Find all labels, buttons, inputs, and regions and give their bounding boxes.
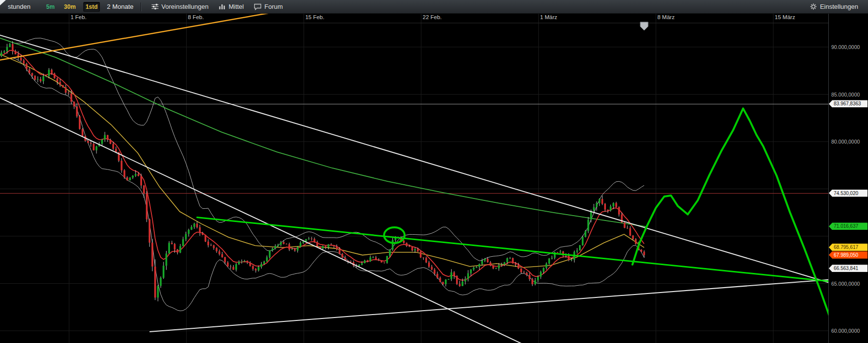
presets-label: Voreinstellungen — [162, 3, 209, 10]
price-axis-label: 65.000,0000 — [831, 281, 860, 287]
corner-glyph — [0, 0, 6, 5]
price-badge[interactable]: 68.795,617 — [829, 244, 868, 251]
forum-button[interactable]: Forum — [251, 1, 286, 12]
price-axis[interactable]: 90.000,000085.000,000080.000,000065.000,… — [828, 13, 868, 343]
price-badge[interactable]: 66.563,841 — [829, 265, 868, 272]
ma-medium-line — [0, 54, 644, 268]
plot-area[interactable] — [0, 6, 841, 343]
trendline-drawing[interactable] — [149, 279, 840, 332]
timeframe-5m-button[interactable]: 5m — [44, 2, 56, 11]
sliders-icon — [151, 3, 159, 10]
timeframe-1std-button[interactable]: 1std — [83, 2, 100, 12]
trendline-drawing[interactable] — [0, 6, 307, 60]
date-label: 8 März — [657, 14, 675, 20]
price-axis-label: 85.000,0000 — [831, 92, 860, 98]
gear-icon — [810, 3, 817, 10]
settings-button[interactable]: Einstellungen — [807, 1, 861, 12]
time-marker-handle[interactable] — [640, 22, 648, 30]
candles-layer — [0, 41, 645, 301]
price-axis-label: 90.000,0000 — [831, 44, 860, 50]
circle-drawing[interactable] — [384, 227, 405, 243]
presets-button[interactable]: Voreinstellungen — [148, 1, 212, 12]
trendline-drawing[interactable] — [0, 97, 538, 343]
indicators-label: Mittel — [229, 3, 244, 10]
timeframe-group-label[interactable]: stunden — [8, 3, 30, 10]
timeframe-group: 5m 30m 1std — [44, 2, 100, 12]
ma-slow-line — [0, 38, 646, 227]
indicators-button[interactable]: Mittel — [216, 1, 247, 12]
speech-bubble-icon — [254, 3, 262, 10]
price-axis-label: 60.000,0000 — [831, 328, 860, 334]
price-badge[interactable]: 67.989,050 — [829, 251, 868, 259]
forum-label: Forum — [265, 3, 283, 10]
timeframe-30m-button[interactable]: 30m — [62, 2, 78, 11]
toolbar-divider — [141, 2, 142, 11]
price-badge[interactable]: 71.016,637 — [829, 222, 868, 230]
trendline-drawing[interactable] — [0, 35, 829, 283]
date-label: 22 Feb. — [423, 14, 442, 20]
date-label: 1 Feb. — [71, 14, 87, 20]
toolbar: stunden 5m 30m 1std 2 Monate Voreinstell… — [0, 0, 868, 14]
range-button[interactable]: 2 Monate — [107, 3, 133, 10]
date-label: 15 März — [775, 14, 796, 20]
settings-label: Einstellungen — [820, 3, 858, 10]
price-axis-label: 80.000,0000 — [831, 139, 860, 145]
date-label: 15 Feb. — [305, 14, 324, 20]
bar-chart-icon — [218, 3, 226, 10]
bollinger-upper-band — [10, 38, 644, 261]
date-label: 1 März — [540, 14, 557, 20]
bollinger-lower-band — [10, 58, 644, 311]
chart-canvas[interactable]: 1 Feb.8 Feb.15 Feb.22 Feb.1 März8 März15… — [0, 0, 868, 343]
price-badge[interactable]: 74.530,020 — [829, 190, 868, 197]
date-label: 8 Feb. — [188, 14, 204, 20]
price-badge[interactable]: 83.967,8363 — [829, 100, 868, 107]
